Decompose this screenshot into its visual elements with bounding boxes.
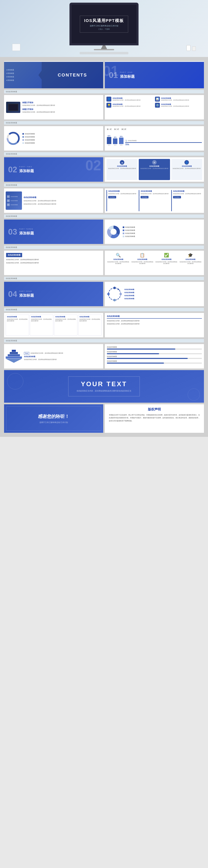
hero-title: IOS风通用PPT模板 <box>84 18 124 23</box>
text-block-body: 在此处添加正文内容，适当简短说明此处的主要内容 <box>6 258 101 261</box>
slide-thank-you: 感谢您的聆听！ 适用于工作汇报/年终总结/工作计划 <box>4 404 103 433</box>
section-label-4: 在此处添加标题 <box>4 183 204 187</box>
part2-number: 02 <box>8 165 17 174</box>
4col-label-2: 在此处添加标题 <box>31 316 52 318</box>
icon4-label-2: 在此处添加标题 <box>137 258 147 260</box>
card-title-2: 在此处添加标题 <box>149 165 159 167</box>
copyright-text: 本模板仅供学习交流使用，禁止用于任何商业用途。本模板素材来自互联网，版权归原作者… <box>109 414 200 423</box>
menu-item-3: 3/添加标题 <box>6 76 40 78</box>
slide-pie-chart: 在此处添加标题 在此处添加标题 在此处添加标题 在此处添加标题 <box>105 220 204 244</box>
slide-part-four: 04 PART FOUR 添加标题 <box>4 282 103 306</box>
icon4-label-3: 在此处添加标题 <box>162 258 171 260</box>
circle-item-1: 在此处添加标题 <box>25 133 35 135</box>
part1-label: PART ONE <box>120 71 135 73</box>
icon-label-3: 在此处添加标题 <box>112 103 141 105</box>
cycle-item-1: 在此处添加标题 <box>124 288 202 290</box>
prog-label-2: 在此处添加标题 <box>107 351 202 353</box>
4col-label-3: 在此处添加标题 <box>55 316 76 318</box>
slide-laptop-text: 标题文字添加 在此处添加正文内容，适当简短说明此处的主要内容 标题文字添加 在此… <box>4 95 103 119</box>
slide-3col-text: 在此处添加标题 在此处添加正文内容，适当简短说明此处的主要内容 Find Mor… <box>105 188 204 213</box>
part2-label: PART TWO <box>19 166 34 168</box>
slide-4-icons: 🔍 在此处添加标题 在此处添加正文内容，适当简短说明此处的主要内容 📋 在此处添… <box>105 251 204 275</box>
col-body-c: 在此处添加正文内容，适当简短说明此处的主要内容 <box>173 193 202 195</box>
col-btn-b[interactable]: Find More <box>142 196 147 198</box>
hero-author: 汇报人：千图网 <box>84 28 124 30</box>
part4-label: PART FOUR <box>19 290 34 292</box>
4col-label-4: 在此处添加标题 <box>79 316 100 318</box>
part1-title: 添加标题 <box>120 74 135 79</box>
4col-val-2: 在此处添加正文内容，适当简短说明此处的主要内容 <box>31 318 52 322</box>
card-title-1: 在此处添加标题 <box>117 165 127 167</box>
text-title-1: 标题文字添加 <box>22 101 101 104</box>
pie-item-3: 在此处添加标题 <box>125 232 135 235</box>
section-label-3: 在此处添加标题 <box>4 152 204 156</box>
para-body: 在此处添加正文内容，适当简短说明此处的主要内容 <box>107 320 202 322</box>
svg-point-11 <box>119 293 122 295</box>
slide-4col-text: 在此处添加标题 在此处添加正文内容，适当简短说明此处的主要内容 在此处添加标题 … <box>4 313 103 337</box>
part4-title: 添加标题 <box>19 293 34 298</box>
text-body-1: 在此处添加正文内容，适当简短说明此处的主要内容 <box>22 104 101 106</box>
bar-pct-4: 75% <box>125 144 202 146</box>
slide-your-text: YOUR TEXT 在此处添加正文内容，适当简短说明此处的主要内容在此处添加正文 <box>4 370 204 403</box>
card-body-3: 在此处添加正文内容，适当简短说明此处的主要内容 <box>173 168 201 169</box>
svg-point-8 <box>113 287 116 289</box>
text-title-2: 标题文字添加 <box>22 108 101 111</box>
slides-grid: 1/添加标题 2/添加标题 3/添加标题 4/添加标题 CONTENTS 01 … <box>0 57 208 437</box>
section-label-2: 在此处添加标题 <box>4 121 204 125</box>
pyr-items-label: 在此处添加标题 <box>24 355 102 358</box>
col-title-a: 在此处添加标题 <box>108 190 138 192</box>
card-title-3: 在此处添加标题 <box>182 165 192 167</box>
slide-progress: 在此处添加标题 在此处添加标题 在此处添加标题 在此处添加标题 <box>105 344 204 369</box>
section-label-7: 在此处添加标题 <box>4 277 204 280</box>
para-title: 在此处添加标题 <box>107 315 202 319</box>
section-label-9: 在此处添加标题 <box>4 339 204 342</box>
list-num-3: 在此处添加标题 <box>10 204 18 205</box>
text-body-2: 在此处添加正文内容，适当简短说明此处的主要内容 <box>22 111 101 113</box>
pie-item-1: 在此处添加标题 <box>125 226 135 228</box>
cycle-svg <box>106 286 123 302</box>
bar-pct-2: 46% <box>114 136 116 138</box>
4col-val-4: 在此处添加正文内容，适当简短说明此处的主要内容 <box>79 318 100 322</box>
copyright-title: 版权声明 <box>109 407 200 412</box>
icon-body-2: 在此处添加正文内容，适当简短说明此处的主要内容 <box>161 99 189 101</box>
menu-item-2: 2/添加标题 <box>6 72 40 74</box>
col-btn-a[interactable]: Find More <box>109 196 115 198</box>
circle-item-2: 在此处添加标题 <box>25 136 35 138</box>
bar-pct-3: 50% <box>120 136 123 137</box>
4col-label-1: 在此处添加标题 <box>7 316 28 318</box>
cycle-item-3: 在此处添加标题 <box>124 294 202 297</box>
slide-text-block: 在此处添加标题 在此处添加正文内容，适当简短说明此处的主要内容 在此处添加正文内… <box>4 251 103 275</box>
slide-cycle-chart: 在此处添加标题 在此处添加标题 在此处添加标题 在此处添加标题 <box>105 282 204 306</box>
card-body-1: 在此处添加正文内容，适当简短说明此处的主要内容 <box>108 168 136 169</box>
section-label-1: 在此处添加标题 <box>4 90 204 93</box>
part2-bg-number: 02 <box>85 158 101 173</box>
numbered-body: 在此处添加正文内容，适当简短说明此处的主要内容 <box>24 200 102 202</box>
prog-label-3: 在此处添加标题 <box>107 355 202 358</box>
cycle-item-4: 在此处添加标题 <box>124 298 202 300</box>
icon4-label-4: 在此处添加标题 <box>185 258 196 260</box>
part2-title: 添加标题 <box>19 168 34 173</box>
circle-chart-svg <box>6 131 20 146</box>
icon4-body-1: 在此处添加正文内容，适当简短说明此处的主要内容 <box>107 261 130 265</box>
slide-part-two: 02 02 PART TWO 添加标题 <box>4 157 103 182</box>
4col-val-1: 在此处添加正文内容，适当简短说明此处的主要内容 <box>7 318 28 322</box>
icon-body-4: 在此处添加正文内容，适当简短说明此处的主要内容 <box>161 105 189 107</box>
text-block-body2: 在此处添加正文内容，适当简短说明此处的主要内容 <box>6 262 101 264</box>
icon-body-1: 在此处添加正文内容，适当简短说明此处的主要内容 <box>112 99 141 101</box>
icon4-body-2: 在此处添加正文内容，适当简短说明此处的主要内容 <box>131 261 154 265</box>
col-title-c: 在此处添加标题 <box>173 190 202 192</box>
slide-3col-cards: ☁ 在此处添加标题 在此处添加正文内容，适当简短说明此处的主要内容 ⊕ 在此处添… <box>105 157 204 182</box>
slide-copyright: 版权声明 本模板仅供学习交流使用，禁止用于任何商业用途。本模板素材来自互联网，版… <box>105 404 204 433</box>
icon4-body-3: 在此处添加正文内容，适当简短说明此处的主要内容 <box>155 261 178 265</box>
your-text-sub: 在此处添加正文内容，适当简短说明此处的主要内容在此处添加正文 <box>77 390 131 392</box>
icon-body-3: 在此处添加正文内容，适当简短说明此处的主要内容 <box>112 105 141 107</box>
svg-marker-7 <box>117 288 119 290</box>
pyr-text: Text <box>24 352 29 355</box>
slide-circle-chart: 在此处添加标题 在此处添加标题 在此处添加标题 在此处添加标题 <box>4 126 103 151</box>
icon-label-2: 在此处添加标题 <box>161 97 189 99</box>
col-btn-c[interactable]: Find More <box>174 196 180 198</box>
part1-number: 01 <box>109 71 118 79</box>
numbered-title: 在此处添加标题 <box>24 196 102 199</box>
svg-point-5 <box>110 229 116 235</box>
section-label-6: 在此处添加标题 <box>4 246 204 249</box>
